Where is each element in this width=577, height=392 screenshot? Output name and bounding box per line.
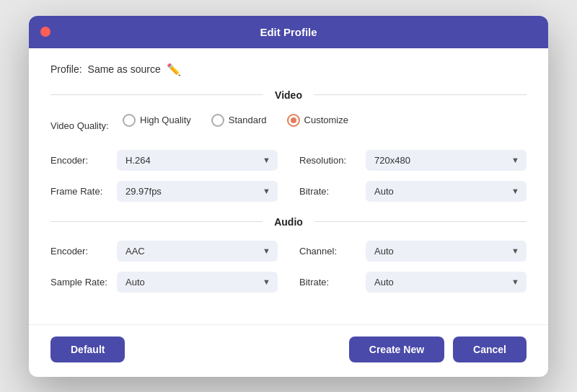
frame-rate-label: Frame Rate: — [50, 186, 108, 197]
video-quality-label: Video Quality: — [50, 120, 123, 131]
window-title: Edit Profile — [260, 26, 317, 38]
channel-row: Channel: Auto Mono Stereo ▼ — [299, 241, 527, 262]
video-bitrate-select-wrapper: Auto 1000k 2000k 4000k 8000k ▼ — [366, 181, 527, 202]
audio-section-title: Audio — [263, 216, 314, 228]
video-bitrate-row: Bitrate: Auto 1000k 2000k 4000k 8000k ▼ — [299, 181, 527, 202]
video-quality-radio-group: High Quality Standard Customize — [123, 114, 348, 127]
radio-customize-inner — [291, 117, 296, 123]
audio-form-grid: Encoder: AAC MP3 AC3 ▼ Channel: Auto Mon — [50, 241, 527, 293]
radio-customize-label: Customize — [304, 115, 348, 125]
radio-high-quality-outer — [123, 114, 136, 127]
radio-high-quality[interactable]: High Quality — [123, 114, 191, 127]
edit-icon[interactable]: ✏️ — [167, 63, 181, 76]
audio-encoder-row: Encoder: AAC MP3 AC3 ▼ — [50, 241, 278, 262]
frame-rate-select-wrapper: 23.97fps 25fps 29.97fps 30fps 60fps ▼ — [117, 181, 278, 202]
sample-rate-select[interactable]: Auto 44100 Hz 48000 Hz — [117, 272, 278, 293]
frame-rate-row: Frame Rate: 23.97fps 25fps 29.97fps 30fp… — [50, 181, 278, 202]
video-section-divider: Video — [50, 89, 527, 101]
sample-rate-select-wrapper: Auto 44100 Hz 48000 Hz ▼ — [117, 272, 278, 293]
encoder-select[interactable]: H.264 H.265 MPEG-4 — [117, 150, 278, 171]
profile-label: Profile: — [50, 63, 82, 75]
video-bitrate-label: Bitrate: — [299, 186, 357, 197]
audio-bitrate-select[interactable]: Auto 128k 192k 256k 320k — [366, 272, 527, 293]
channel-select-wrapper: Auto Mono Stereo ▼ — [366, 241, 527, 262]
audio-bitrate-row: Bitrate: Auto 128k 192k 256k 320k ▼ — [299, 272, 527, 293]
resolution-select-wrapper: 480x360 640x480 720x480 1280x720 1920x10… — [366, 150, 527, 171]
audio-encoder-select[interactable]: AAC MP3 AC3 — [117, 241, 278, 262]
video-bitrate-select[interactable]: Auto 1000k 2000k 4000k 8000k — [366, 181, 527, 202]
radio-high-quality-label: High Quality — [140, 115, 191, 125]
audio-encoder-select-wrapper: AAC MP3 AC3 ▼ — [117, 241, 278, 262]
profile-value: Same as source — [88, 63, 161, 75]
default-button[interactable]: Default — [50, 337, 125, 362]
resolution-select[interactable]: 480x360 640x480 720x480 1280x720 1920x10… — [366, 150, 527, 171]
encoder-select-wrapper: H.264 H.265 MPEG-4 ▼ — [117, 150, 278, 171]
audio-bitrate-label: Bitrate: — [299, 277, 357, 288]
encoder-label: Encoder: — [50, 155, 108, 166]
radio-customize-outer — [287, 114, 300, 127]
profile-row: Profile: Same as source ✏️ — [50, 63, 527, 76]
resolution-row: Resolution: 480x360 640x480 720x480 1280… — [299, 150, 527, 171]
channel-select[interactable]: Auto Mono Stereo — [366, 241, 527, 262]
sample-rate-row: Sample Rate: Auto 44100 Hz 48000 Hz ▼ — [50, 272, 278, 293]
edit-profile-window: Edit Profile Profile: Same as source ✏️ … — [29, 16, 548, 377]
radio-customize[interactable]: Customize — [287, 114, 348, 127]
frame-rate-select[interactable]: 23.97fps 25fps 29.97fps 30fps 60fps — [117, 181, 278, 202]
video-section-title: Video — [263, 89, 314, 101]
encoder-row: Encoder: H.264 H.265 MPEG-4 ▼ — [50, 150, 278, 171]
titlebar: Edit Profile — [29, 16, 548, 48]
footer: Default Create New Cancel — [29, 324, 548, 377]
video-quality-row: Video Quality: High Quality Standard Cu — [50, 114, 527, 138]
cancel-button[interactable]: Cancel — [453, 337, 527, 362]
audio-encoder-label: Encoder: — [50, 246, 108, 257]
radio-standard[interactable]: Standard — [211, 114, 267, 127]
create-new-button[interactable]: Create New — [349, 337, 444, 362]
audio-bitrate-select-wrapper: Auto 128k 192k 256k 320k ▼ — [366, 272, 527, 293]
channel-label: Channel: — [299, 246, 357, 257]
footer-right-buttons: Create New Cancel — [349, 337, 527, 362]
resolution-label: Resolution: — [299, 155, 357, 166]
video-form-grid: Encoder: H.264 H.265 MPEG-4 ▼ Resolution… — [50, 150, 527, 202]
radio-standard-label: Standard — [229, 115, 267, 125]
close-button[interactable] — [40, 27, 50, 37]
radio-standard-outer — [211, 114, 224, 127]
audio-section-divider: Audio — [50, 216, 527, 228]
content-area: Profile: Same as source ✏️ Video Video Q… — [29, 48, 548, 324]
sample-rate-label: Sample Rate: — [50, 277, 108, 288]
